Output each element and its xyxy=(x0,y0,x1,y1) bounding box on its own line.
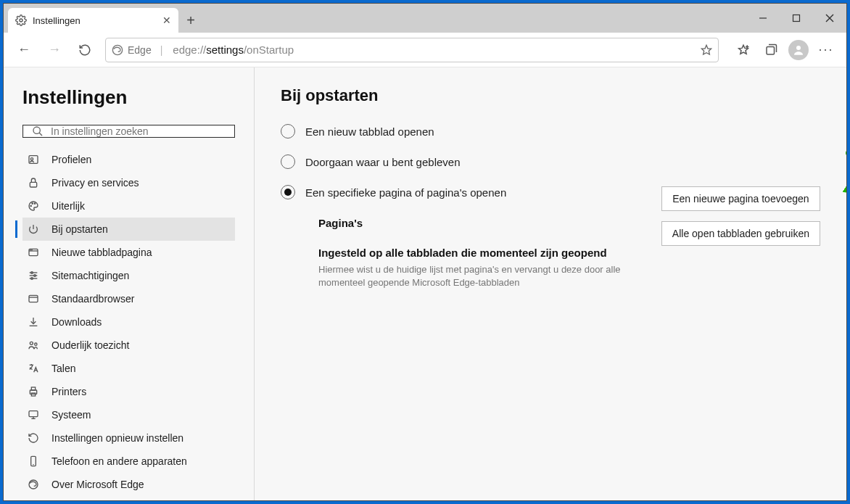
new-tab-button[interactable]: + xyxy=(178,8,203,33)
collections-button[interactable] xyxy=(758,37,784,63)
reset-icon xyxy=(25,432,41,444)
nav-item-default-browser[interactable]: Standaardbrowser xyxy=(22,287,235,310)
svg-point-11 xyxy=(796,46,801,50)
toolbar: ← → Edge | edge://settings/onStartup xyxy=(4,33,846,67)
radio-icon xyxy=(281,154,295,169)
nav-label: Talen xyxy=(51,363,75,374)
nav-label: Nieuwe tabbladpagina xyxy=(51,247,152,258)
ellipsis-icon: ··· xyxy=(818,42,833,57)
nav-item-privacy[interactable]: Privacy en services xyxy=(22,171,235,194)
svg-rect-30 xyxy=(29,295,38,302)
favorite-star-button[interactable] xyxy=(701,44,712,56)
star-plus-icon xyxy=(737,44,750,57)
star-icon xyxy=(701,44,712,56)
nav-item-phone[interactable]: Telefoon en andere apparaten xyxy=(22,450,235,473)
titlebar: Instellingen ✕ + xyxy=(4,4,846,33)
url-display: edge://settings/onStartup xyxy=(173,44,294,56)
gear-icon xyxy=(15,15,27,26)
add-page-button[interactable]: Een nieuwe pagina toevoegen xyxy=(661,186,820,211)
nav-item-site-permissions[interactable]: Sitemachtigingen xyxy=(22,264,235,287)
nav-label: Sitemachtigingen xyxy=(51,270,129,281)
nav-item-on-startup[interactable]: Bij opstarten xyxy=(22,218,235,241)
nav-item-languages[interactable]: Talen xyxy=(22,357,235,380)
close-window-button[interactable] xyxy=(813,4,846,33)
profile-button[interactable] xyxy=(785,37,812,63)
refresh-button[interactable] xyxy=(72,37,98,63)
svg-rect-10 xyxy=(767,46,775,54)
nav-label: Profielen xyxy=(51,154,91,165)
settings-search[interactable] xyxy=(22,125,235,138)
forward-button[interactable]: → xyxy=(41,37,67,63)
svg-rect-16 xyxy=(30,182,36,187)
edge-icon xyxy=(25,479,41,490)
radio-option-continue[interactable]: Doorgaan waar u bent gebleven xyxy=(281,154,820,169)
nav-item-reset[interactable]: Instellingen opnieuw instellen xyxy=(22,426,235,450)
svg-point-18 xyxy=(32,203,33,204)
arrow-right-icon: → xyxy=(48,42,61,57)
svg-point-34 xyxy=(35,343,37,345)
nav-label: Standaardbrowser xyxy=(51,293,134,305)
nav-label: Printers xyxy=(51,386,86,397)
more-menu-button[interactable]: ··· xyxy=(813,37,839,63)
nav-item-new-tab-page[interactable]: Nieuwe tabbladpagina xyxy=(22,241,235,264)
svg-point-22 xyxy=(30,249,31,250)
nav-label: Bij opstarten xyxy=(51,223,108,235)
maximize-button[interactable] xyxy=(780,4,813,33)
svg-point-17 xyxy=(30,205,31,206)
settings-search-input[interactable] xyxy=(51,125,226,137)
svg-point-15 xyxy=(30,158,33,160)
radio-icon xyxy=(281,124,295,139)
browser-window: Instellingen ✕ + ← → xyxy=(3,3,847,501)
svg-point-12 xyxy=(33,127,40,133)
settings-title: Instellingen xyxy=(22,86,235,109)
radio-label: Een specifieke pagina of pagina's openen xyxy=(305,186,506,199)
nav-item-printers[interactable]: Printers xyxy=(22,380,235,403)
use-open-tabs-block: Ingesteld op alle tabbladen die momentee… xyxy=(318,247,820,289)
language-icon xyxy=(25,363,41,374)
svg-rect-2 xyxy=(793,15,800,22)
nav-item-system[interactable]: Systeem xyxy=(22,403,235,426)
action-buttons: Een nieuwe pagina toevoegen Alle open ta… xyxy=(661,186,820,246)
separator: | xyxy=(156,44,168,56)
power-icon xyxy=(25,223,41,235)
nav-label: Telefoon en andere apparaten xyxy=(51,455,187,467)
nav-label: Ouderlijk toezicht xyxy=(51,339,129,351)
address-bar[interactable]: Edge | edge://settings/onStartup xyxy=(105,38,719,62)
svg-marker-6 xyxy=(701,45,711,54)
nav-item-appearance[interactable]: Uiterlijk xyxy=(22,194,235,218)
radio-option-new-tab[interactable]: Een nieuw tabblad openen xyxy=(281,124,820,139)
svg-point-5 xyxy=(112,45,122,54)
nav-item-about[interactable]: Over Microsoft Edge xyxy=(22,473,235,496)
nav-item-downloads[interactable]: Downloads xyxy=(22,310,235,334)
site-identity: Edge | xyxy=(112,44,167,56)
nav-item-profiles[interactable]: Profielen xyxy=(22,148,235,171)
tab-settings[interactable]: Instellingen ✕ xyxy=(8,8,178,33)
window-icon xyxy=(25,293,41,305)
nav-label: Privacy en services xyxy=(51,177,139,189)
arrow-left-icon: ← xyxy=(17,42,30,57)
sliders-icon xyxy=(25,270,41,281)
system-icon xyxy=(25,409,41,421)
search-icon xyxy=(32,125,44,137)
nav-label: Instellingen opnieuw instellen xyxy=(51,432,183,444)
content-area: Instellingen Profielen Privacy en servic… xyxy=(4,67,846,500)
svg-rect-39 xyxy=(29,411,38,417)
site-identity-label: Edge xyxy=(128,44,152,56)
minimize-button[interactable] xyxy=(746,4,780,33)
new-tab-icon xyxy=(25,247,41,258)
settings-main-pane: Bij opstarten Een nieuw tabblad openen D… xyxy=(255,67,846,500)
close-tab-button[interactable]: ✕ xyxy=(162,15,171,26)
profile-card-icon xyxy=(25,154,41,165)
favorites-button[interactable] xyxy=(730,37,756,63)
window-controls xyxy=(746,4,846,33)
tab-strip: Instellingen ✕ + xyxy=(8,4,203,33)
nav-item-family[interactable]: Ouderlijk toezicht xyxy=(22,334,235,357)
back-button[interactable]: ← xyxy=(11,37,37,63)
page-heading: Bij opstarten xyxy=(281,86,820,105)
phone-icon xyxy=(25,455,41,467)
nav-label: Systeem xyxy=(51,409,91,421)
use-open-tabs-button[interactable]: Alle open tabbladen gebruiken xyxy=(661,221,820,246)
toolbar-right-icons: ··· xyxy=(730,37,839,63)
settings-sidebar: Instellingen Profielen Privacy en servic… xyxy=(4,67,255,500)
svg-line-13 xyxy=(39,133,42,136)
